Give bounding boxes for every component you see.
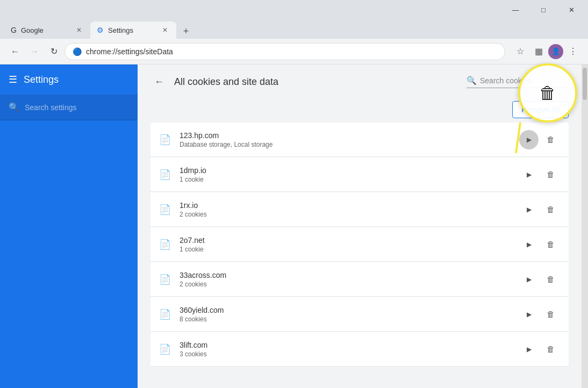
window-controls: — □ ✕: [503, 0, 584, 19]
back-button[interactable]: ←: [6, 43, 24, 60]
site-delete-button[interactable]: 🗑: [541, 235, 560, 254]
chrome-label: chrome://: [86, 47, 117, 56]
site-delete-button[interactable]: 🗑: [541, 165, 560, 184]
site-desc: 3 cookies: [180, 350, 519, 358]
maximize-button[interactable]: □: [531, 0, 556, 19]
settings-tab-label: Settings: [108, 26, 133, 34]
minimize-button[interactable]: —: [503, 0, 528, 19]
tab-settings[interactable]: ⚙ Settings ✕: [90, 21, 176, 39]
site-expand-button[interactable]: ▶: [519, 340, 539, 359]
avatar[interactable]: 👤: [548, 44, 563, 59]
annotation-trash-icon: 🗑: [539, 83, 556, 103]
site-delete-button[interactable]: 🗑: [541, 130, 560, 149]
site-desc: Database storage, Local storage: [180, 141, 519, 148]
back-page-button[interactable]: ←: [150, 73, 168, 90]
tabs-bar: G Google ✕ ⚙ Settings ✕ +: [0, 19, 588, 39]
sidebar-search[interactable]: 🔍: [0, 95, 138, 120]
site-name: 360yield.com: [180, 306, 519, 314]
table-row: 📄 1rx.io 2 cookies ▶ 🗑: [150, 192, 569, 227]
site-actions: ▶ 🗑: [519, 235, 560, 254]
sidebar: ☰ Settings 🔍: [0, 64, 138, 388]
sidebar-title: Settings: [24, 74, 59, 85]
site-delete-button[interactable]: 🗑: [541, 305, 560, 324]
site-actions: ▶ 🗑: [519, 200, 560, 219]
address-input[interactable]: 🔵 chrome://settings/siteData: [64, 43, 505, 60]
site-name: 3lift.com: [180, 341, 519, 349]
site-name: 1rx.io: [180, 201, 519, 210]
site-actions: ▶ 🗑: [519, 270, 560, 289]
site-desc: 8 cookies: [180, 315, 519, 323]
new-tab-button[interactable]: +: [178, 24, 193, 39]
extensions-button[interactable]: ▦: [530, 43, 547, 60]
file-icon: 📄: [159, 204, 171, 215]
site-expand-button[interactable]: ▶: [519, 235, 539, 254]
site-desc: 2 cookies: [180, 211, 519, 218]
chrome-menu-button[interactable]: ⋮: [564, 43, 582, 60]
site-name: 123.hp.com: [180, 131, 519, 140]
url-path: settings/siteData: [117, 47, 173, 56]
page-header-left: ← All cookies and site data: [150, 73, 278, 90]
site-actions: ▶ 🗑: [519, 340, 560, 359]
file-icon: 📄: [159, 169, 171, 181]
table-row: 📄 360yield.com 8 cookies ▶ 🗑: [150, 297, 569, 332]
reload-button[interactable]: ↻: [45, 43, 62, 60]
table-row: 📄 2o7.net 1 cookie ▶ 🗑: [150, 227, 569, 262]
site-expand-button[interactable]: ▶: [519, 165, 539, 184]
google-tab-close[interactable]: ✕: [74, 25, 84, 35]
sidebar-search-input[interactable]: [25, 103, 129, 112]
scrollbar-thumb[interactable]: [583, 68, 587, 100]
site-actions: ▶ 🗑: [519, 165, 560, 184]
file-icon: 📄: [159, 274, 171, 285]
site-expand-button[interactable]: ▶: [519, 130, 539, 149]
site-desc: 1 cookie: [180, 176, 519, 183]
site-desc: 2 cookies: [180, 281, 519, 288]
table-row: 📄 123.hp.com Database storage, Local sto…: [150, 123, 569, 157]
google-tab-label: Google: [21, 26, 44, 34]
sites-list: 📄 123.hp.com Database storage, Local sto…: [138, 123, 582, 388]
tab-google[interactable]: G Google ✕: [4, 21, 90, 39]
sidebar-search-icon: 🔍: [9, 102, 19, 112]
site-info: 33across.com 2 cookies: [180, 271, 519, 288]
site-delete-button[interactable]: 🗑: [541, 270, 560, 289]
search-cookies-icon: 🔍: [467, 76, 477, 85]
page-header: ← All cookies and site data 🔍: [138, 64, 582, 97]
site-info: 2o7.net 1 cookie: [180, 236, 519, 253]
site-info: 123.hp.com Database storage, Local stora…: [180, 131, 519, 148]
site-name: 1dmp.io: [180, 166, 519, 175]
remove-all-section: Remove All: [138, 97, 582, 123]
site-expand-button[interactable]: ▶: [519, 200, 539, 219]
site-actions: ▶ 🗑: [519, 130, 560, 149]
file-icon: 📄: [159, 239, 171, 250]
site-expand-button[interactable]: ▶: [519, 305, 539, 324]
settings-tab-icon: ⚙: [97, 26, 104, 34]
toolbar-icons: ☆ ▦ 👤 ⋮: [512, 43, 582, 60]
site-delete-button[interactable]: 🗑: [541, 200, 560, 219]
file-icon: 📄: [159, 308, 171, 320]
google-tab-icon: G: [11, 26, 17, 34]
annotation-circle: 🗑: [518, 63, 577, 123]
table-row: 📄 33across.com 2 cookies ▶ 🗑: [150, 262, 569, 297]
site-name: 33across.com: [180, 271, 519, 279]
site-info: 1rx.io 2 cookies: [180, 201, 519, 218]
forward-button[interactable]: →: [26, 43, 43, 60]
site-delete-button[interactable]: 🗑: [541, 340, 560, 359]
site-info: 360yield.com 8 cookies: [180, 306, 519, 323]
content-area: ← All cookies and site data 🔍 Remove All…: [138, 64, 582, 388]
site-name: 2o7.net: [180, 236, 519, 245]
file-icon: 📄: [159, 343, 171, 355]
bookmark-button[interactable]: ☆: [512, 43, 529, 60]
site-info: 3lift.com 3 cookies: [180, 341, 519, 358]
close-button[interactable]: ✕: [559, 0, 584, 19]
table-row: 📄 3lift.com 3 cookies ▶ 🗑: [150, 332, 569, 367]
settings-tab-close[interactable]: ✕: [160, 25, 170, 35]
site-info: 1dmp.io 1 cookie: [180, 166, 519, 183]
sidebar-header: ☰ Settings: [0, 64, 138, 95]
scrollbar[interactable]: [582, 64, 588, 388]
hamburger-icon[interactable]: ☰: [9, 74, 17, 85]
address-text: chrome://settings/siteData: [86, 47, 497, 56]
site-desc: 1 cookie: [180, 246, 519, 253]
site-expand-button[interactable]: ▶: [519, 270, 539, 289]
site-actions: ▶ 🗑: [519, 305, 560, 324]
main-layout: ☰ Settings 🔍 ← All cookies and site data…: [0, 64, 588, 388]
page-title: All cookies and site data: [174, 76, 278, 88]
